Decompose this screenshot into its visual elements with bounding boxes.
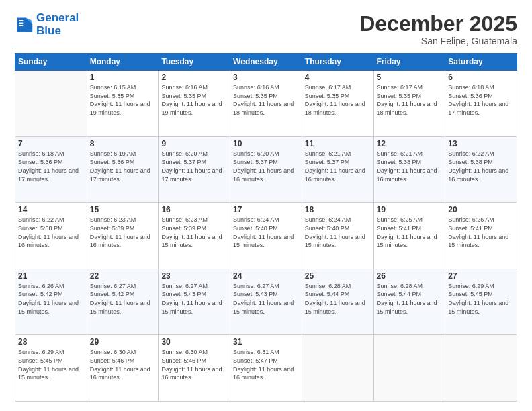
day-number: 4 (305, 73, 371, 82)
calendar-cell: 9Sunrise: 6:20 AMSunset: 5:37 PMDaylight… (159, 136, 230, 203)
day-info: Sunrise: 6:30 AMSunset: 5:46 PMDaylight:… (161, 348, 227, 381)
calendar-cell: 3Sunrise: 6:16 AMSunset: 5:35 PMDaylight… (230, 71, 302, 137)
calendar-cell: 11Sunrise: 6:21 AMSunset: 5:37 PMDayligh… (302, 136, 373, 203)
logo-line1: General (36, 11, 79, 24)
day-info: Sunrise: 6:16 AMSunset: 5:35 PMDaylight:… (233, 83, 299, 117)
page: General Blue December 2025 San Felipe, G… (0, 0, 532, 411)
calendar-cell: 7Sunrise: 6:18 AMSunset: 5:36 PMDaylight… (15, 136, 87, 203)
day-info: Sunrise: 6:19 AMSunset: 5:36 PMDaylight:… (90, 150, 156, 183)
day-info: Sunrise: 6:27 AMSunset: 5:43 PMDaylight:… (161, 282, 227, 316)
calendar-cell: 6Sunrise: 6:18 AMSunset: 5:36 PMDaylight… (445, 71, 517, 137)
calendar-table: SundayMondayTuesdayWednesdayThursdayFrid… (15, 53, 517, 402)
day-number: 17 (233, 205, 299, 214)
day-number: 6 (448, 73, 514, 82)
calendar-cell (373, 335, 445, 402)
day-info: Sunrise: 6:29 AMSunset: 5:45 PMDaylight:… (448, 282, 514, 316)
day-number: 7 (18, 139, 84, 148)
col-header-friday: Friday (373, 54, 445, 71)
calendar-week-3: 14Sunrise: 6:22 AMSunset: 5:38 PMDayligh… (15, 203, 517, 269)
day-info: Sunrise: 6:17 AMSunset: 5:35 PMDaylight:… (377, 83, 443, 117)
day-info: Sunrise: 6:21 AMSunset: 5:38 PMDaylight:… (377, 150, 443, 183)
calendar-cell: 13Sunrise: 6:22 AMSunset: 5:38 PMDayligh… (445, 136, 517, 203)
logo-icon (15, 15, 34, 34)
day-number: 27 (448, 271, 514, 281)
calendar-cell: 28Sunrise: 6:29 AMSunset: 5:45 PMDayligh… (15, 335, 87, 402)
col-header-wednesday: Wednesday (230, 54, 302, 71)
calendar-cell: 22Sunrise: 6:27 AMSunset: 5:42 PMDayligh… (87, 269, 159, 335)
col-header-saturday: Saturday (445, 54, 517, 71)
svg-rect-3 (19, 20, 23, 21)
calendar-cell (445, 335, 517, 402)
calendar-cell: 19Sunrise: 6:25 AMSunset: 5:41 PMDayligh… (373, 203, 445, 269)
calendar-cell: 14Sunrise: 6:22 AMSunset: 5:38 PMDayligh… (15, 203, 87, 269)
day-number: 30 (161, 337, 227, 347)
day-info: Sunrise: 6:24 AMSunset: 5:40 PMDaylight:… (305, 216, 371, 249)
day-info: Sunrise: 6:27 AMSunset: 5:43 PMDaylight:… (233, 282, 299, 316)
calendar-cell: 4Sunrise: 6:17 AMSunset: 5:35 PMDaylight… (302, 71, 373, 137)
calendar-cell: 24Sunrise: 6:27 AMSunset: 5:43 PMDayligh… (230, 269, 302, 335)
location: San Felipe, Guatemala (359, 36, 517, 46)
col-header-sunday: Sunday (15, 54, 87, 71)
calendar-cell: 30Sunrise: 6:30 AMSunset: 5:46 PMDayligh… (159, 335, 230, 402)
calendar-cell: 23Sunrise: 6:27 AMSunset: 5:43 PMDayligh… (159, 269, 230, 335)
day-info: Sunrise: 6:28 AMSunset: 5:44 PMDaylight:… (305, 282, 371, 316)
calendar-cell: 12Sunrise: 6:21 AMSunset: 5:38 PMDayligh… (373, 136, 445, 203)
calendar-week-4: 21Sunrise: 6:26 AMSunset: 5:42 PMDayligh… (15, 269, 517, 335)
day-info: Sunrise: 6:28 AMSunset: 5:44 PMDaylight:… (377, 282, 443, 316)
calendar-cell: 29Sunrise: 6:30 AMSunset: 5:46 PMDayligh… (87, 335, 159, 402)
calendar-cell (302, 335, 373, 402)
day-info: Sunrise: 6:30 AMSunset: 5:46 PMDaylight:… (90, 348, 156, 381)
logo-text: General Blue (36, 12, 79, 37)
day-info: Sunrise: 6:24 AMSunset: 5:40 PMDaylight:… (233, 216, 299, 249)
day-number: 26 (377, 271, 443, 281)
calendar-cell: 10Sunrise: 6:20 AMSunset: 5:37 PMDayligh… (230, 136, 302, 203)
day-info: Sunrise: 6:18 AMSunset: 5:36 PMDaylight:… (18, 150, 84, 183)
calendar-cell: 1Sunrise: 6:15 AMSunset: 5:35 PMDaylight… (87, 71, 159, 137)
calendar-cell: 17Sunrise: 6:24 AMSunset: 5:40 PMDayligh… (230, 203, 302, 269)
day-number: 24 (233, 271, 299, 281)
logo: General Blue (15, 12, 79, 37)
day-info: Sunrise: 6:20 AMSunset: 5:37 PMDaylight:… (233, 150, 299, 183)
day-info: Sunrise: 6:15 AMSunset: 5:35 PMDaylight:… (90, 83, 156, 117)
calendar-cell: 26Sunrise: 6:28 AMSunset: 5:44 PMDayligh… (373, 269, 445, 335)
day-number: 12 (377, 139, 443, 148)
day-number: 15 (90, 205, 156, 214)
day-number: 31 (233, 337, 299, 347)
day-number: 11 (305, 139, 371, 148)
calendar-cell: 8Sunrise: 6:19 AMSunset: 5:36 PMDaylight… (87, 136, 159, 203)
day-number: 13 (448, 139, 514, 148)
day-info: Sunrise: 6:16 AMSunset: 5:35 PMDaylight:… (161, 83, 227, 117)
day-number: 22 (90, 271, 156, 281)
day-number: 1 (90, 73, 156, 82)
day-number: 9 (161, 139, 227, 148)
day-number: 19 (377, 205, 443, 214)
calendar-cell: 5Sunrise: 6:17 AMSunset: 5:35 PMDaylight… (373, 71, 445, 137)
day-info: Sunrise: 6:26 AMSunset: 5:41 PMDaylight:… (448, 216, 514, 249)
day-info: Sunrise: 6:27 AMSunset: 5:42 PMDaylight:… (90, 282, 156, 316)
day-number: 8 (90, 139, 156, 148)
calendar-cell: 25Sunrise: 6:28 AMSunset: 5:44 PMDayligh… (302, 269, 373, 335)
day-info: Sunrise: 6:31 AMSunset: 5:47 PMDaylight:… (233, 348, 299, 381)
svg-rect-4 (19, 22, 23, 24)
day-info: Sunrise: 6:21 AMSunset: 5:37 PMDaylight:… (305, 150, 371, 183)
calendar-cell: 16Sunrise: 6:23 AMSunset: 5:39 PMDayligh… (159, 203, 230, 269)
col-header-monday: Monday (87, 54, 159, 71)
day-info: Sunrise: 6:23 AMSunset: 5:39 PMDaylight:… (90, 216, 156, 249)
calendar-cell: 2Sunrise: 6:16 AMSunset: 5:35 PMDaylight… (159, 71, 230, 137)
day-info: Sunrise: 6:22 AMSunset: 5:38 PMDaylight:… (448, 150, 514, 183)
day-number: 18 (305, 205, 371, 214)
day-number: 10 (233, 139, 299, 148)
day-number: 28 (18, 337, 84, 347)
calendar-week-2: 7Sunrise: 6:18 AMSunset: 5:36 PMDaylight… (15, 136, 517, 203)
day-number: 21 (18, 271, 84, 281)
col-header-tuesday: Tuesday (159, 54, 230, 71)
calendar-cell: 21Sunrise: 6:26 AMSunset: 5:42 PMDayligh… (15, 269, 87, 335)
header: General Blue December 2025 San Felipe, G… (15, 12, 517, 46)
day-number: 25 (305, 271, 371, 281)
day-info: Sunrise: 6:22 AMSunset: 5:38 PMDaylight:… (18, 216, 84, 249)
day-info: Sunrise: 6:18 AMSunset: 5:36 PMDaylight:… (448, 83, 514, 117)
day-number: 23 (161, 271, 227, 281)
day-number: 14 (18, 205, 84, 214)
calendar-cell: 27Sunrise: 6:29 AMSunset: 5:45 PMDayligh… (445, 269, 517, 335)
calendar-cell: 20Sunrise: 6:26 AMSunset: 5:41 PMDayligh… (445, 203, 517, 269)
